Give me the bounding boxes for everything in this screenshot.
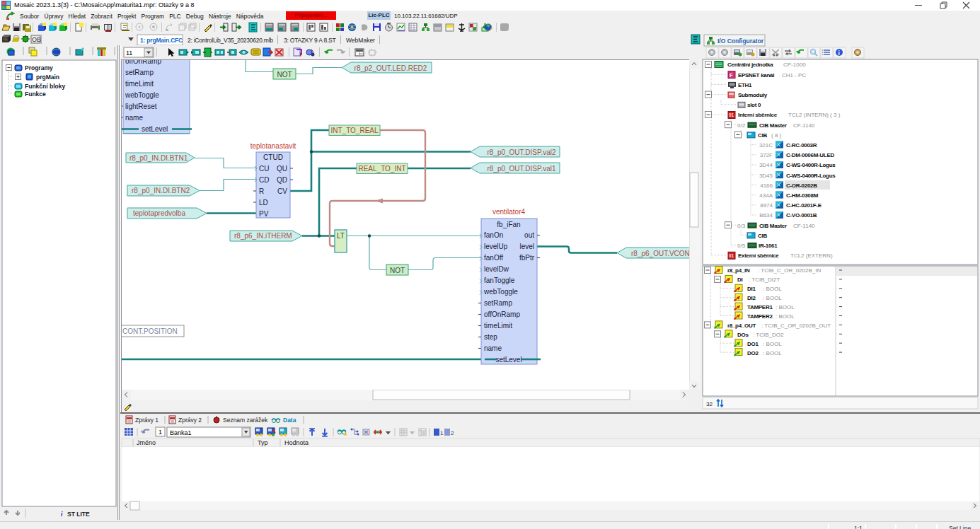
svg-text:Interní sběrnice: Interní sběrnice bbox=[738, 112, 778, 118]
svg-text:3: OTAZKY 9 A 8.ST: 3: OTAZKY 9 A 8.ST bbox=[284, 37, 336, 44]
svg-text:: BOOL: : BOOL bbox=[763, 341, 782, 347]
svg-text:r8_p0_IN.DI.BTN2: r8_p0_IN.DI.BTN2 bbox=[132, 187, 190, 194]
svg-text:r8_p6_OUT.VCONT: r8_p6_OUT.VCONT bbox=[631, 250, 689, 257]
svg-text:fanOff: fanOff bbox=[484, 254, 503, 262]
svg-text:Jméno: Jméno bbox=[137, 439, 156, 446]
svg-text:LD: LD bbox=[259, 199, 268, 207]
svg-text:C-RC-0003R: C-RC-0003R bbox=[786, 142, 817, 149]
svg-text:C-DM-0006M-ULED: C-DM-0006M-ULED bbox=[786, 152, 834, 158]
svg-text:Data: Data bbox=[283, 417, 296, 424]
svg-text:CP-1000: CP-1000 bbox=[783, 62, 806, 68]
svg-text:: BOOL: : BOOL bbox=[776, 304, 795, 310]
svg-text:2: iControlLib_V35_20230620.ml: 2: iControlLib_V35_20230620.mlb bbox=[188, 37, 273, 44]
svg-text:webToggle: webToggle bbox=[125, 91, 159, 99]
svg-text:i: i bbox=[61, 511, 63, 518]
svg-text:F: F bbox=[730, 73, 733, 78]
svg-text:CONT.POSITION: CONT.POSITION bbox=[122, 327, 178, 335]
svg-text:QD: QD bbox=[277, 176, 287, 184]
svg-text:: TCIB_C_OR_0202B_IN: : TCIB_C_OR_0202B_IN bbox=[758, 267, 821, 274]
svg-text:levelUp: levelUp bbox=[484, 243, 508, 250]
svg-text:LT: LT bbox=[337, 232, 345, 240]
svg-text:prgMain: prgMain bbox=[36, 74, 59, 81]
svg-text:I/O Configurator: I/O Configurator bbox=[717, 37, 764, 45]
svg-text:Centrální jednotka: Centrální jednotka bbox=[727, 62, 773, 68]
svg-text:Seznam zarážek: Seznam zarážek bbox=[223, 417, 268, 424]
svg-text:: TCIB_C_OR_0202B_OUT: : TCIB_C_OR_0202B_OUT bbox=[761, 322, 831, 329]
svg-text:DO1: DO1 bbox=[747, 341, 759, 347]
svg-text:B634: B634 bbox=[759, 212, 773, 219]
svg-text:3D44: 3D44 bbox=[759, 162, 773, 168]
svg-text:: TCIB_DI2T: : TCIB_DI2T bbox=[749, 277, 780, 283]
svg-text:r8_p0_IN.DI.BTN1: r8_p0_IN.DI.BTN1 bbox=[129, 154, 188, 162]
svg-text:INT_TO_REAL: INT_TO_REAL bbox=[330, 127, 378, 134]
svg-text:DI2: DI2 bbox=[747, 295, 756, 301]
svg-text:r8_p4_OUT: r8_p4_OUT bbox=[727, 322, 756, 329]
svg-text:OB: OB bbox=[32, 36, 41, 43]
svg-text:CH1 - PC: CH1 - PC bbox=[782, 72, 806, 79]
svg-text:r8_p2_OUT.LED.RED2: r8_p2_OUT.LED.RED2 bbox=[354, 64, 427, 72]
svg-text:434A: 434A bbox=[759, 192, 773, 199]
svg-text:0/5: 0/5 bbox=[737, 243, 746, 249]
svg-text:setRamp: setRamp bbox=[125, 69, 154, 76]
svg-text:WebMaker: WebMaker bbox=[346, 37, 375, 44]
svg-text:11: 11 bbox=[126, 50, 132, 57]
svg-text:Banka1: Banka1 bbox=[170, 429, 192, 436]
svg-text:setRamp: setRamp bbox=[484, 299, 512, 307]
svg-text:EPSNET kanál: EPSNET kanál bbox=[738, 72, 774, 79]
svg-text:CU: CU bbox=[259, 165, 269, 173]
svg-text:ventilator4: ventilator4 bbox=[492, 208, 526, 216]
svg-text:Zprávy 2: Zprávy 2 bbox=[178, 417, 202, 424]
svg-text:lightReset: lightReset bbox=[125, 103, 157, 110]
svg-text:32: 32 bbox=[706, 401, 713, 407]
svg-text:fbPtr: fbPtr bbox=[519, 254, 535, 262]
svg-text:webToggle: webToggle bbox=[483, 288, 518, 296]
svg-text:2: 2 bbox=[451, 430, 454, 436]
svg-text:fanToggle: fanToggle bbox=[484, 277, 515, 284]
svg-text:levelDw: levelDw bbox=[484, 265, 509, 273]
svg-text:: BOOL: : BOOL bbox=[763, 350, 782, 356]
svg-text:C-WS-0400R-Logus: C-WS-0400R-Logus bbox=[786, 173, 836, 179]
svg-text:PV: PV bbox=[259, 210, 269, 218]
svg-text:teplotanastavit: teplotanastavit bbox=[250, 142, 296, 150]
svg-text:Zprávy 1: Zprávy 1 bbox=[135, 417, 158, 424]
svg-text:setLevel: setLevel bbox=[142, 125, 168, 133]
svg-text:ETH1: ETH1 bbox=[738, 82, 752, 88]
svg-text:C-VO-0001B: C-VO-0001B bbox=[786, 212, 817, 219]
svg-text:1: 1 bbox=[440, 430, 444, 436]
svg-text:TCL2 (EXTERN): TCL2 (EXTERN) bbox=[790, 252, 833, 259]
svg-text:CIB Master: CIB Master bbox=[759, 223, 787, 229]
svg-text:01: 01 bbox=[729, 112, 734, 117]
svg-text:NOT: NOT bbox=[390, 267, 405, 274]
svg-text:slot 0: slot 0 bbox=[747, 102, 761, 108]
svg-text:CIB: CIB bbox=[758, 233, 767, 239]
svg-text:321C: 321C bbox=[759, 142, 773, 149]
svg-text:1: 1 bbox=[158, 429, 162, 436]
svg-text:teplotapredvolba: teplotapredvolba bbox=[133, 209, 185, 217]
svg-text:TCL2 (INTERN) ( 3 ): TCL2 (INTERN) ( 3 ) bbox=[788, 112, 841, 118]
svg-text:DOs: DOs bbox=[737, 332, 749, 338]
svg-text:fb_iFan: fb_iFan bbox=[497, 221, 520, 228]
svg-text:: BOOL: : BOOL bbox=[776, 313, 795, 320]
svg-text:Hodnota: Hodnota bbox=[284, 439, 309, 446]
svg-text:offOnRamp: offOnRamp bbox=[484, 310, 520, 318]
svg-text:CF-1140: CF-1140 bbox=[793, 122, 815, 129]
svg-text:r8_p6_IN.iTHERM: r8_p6_IN.iTHERM bbox=[234, 232, 292, 240]
svg-text:CIB Master: CIB Master bbox=[759, 122, 787, 129]
svg-text:TAMPER2: TAMPER2 bbox=[747, 313, 773, 320]
svg-text:Submoduly: Submoduly bbox=[738, 92, 768, 98]
svg-text:4166: 4166 bbox=[760, 182, 773, 189]
svg-text:0/3: 0/3 bbox=[737, 223, 746, 229]
svg-text:1:1: 1:1 bbox=[854, 525, 863, 529]
svg-text:CD: CD bbox=[259, 176, 269, 184]
svg-text:1: prgMain.CFC: 1: prgMain.CFC bbox=[140, 37, 183, 44]
svg-text:CTUD: CTUD bbox=[263, 153, 283, 161]
svg-text:Funkční bloky: Funkční bloky bbox=[25, 83, 65, 90]
svg-text:timeLimit: timeLimit bbox=[484, 322, 512, 330]
svg-text:CIB: CIB bbox=[758, 132, 767, 139]
svg-text:name: name bbox=[125, 114, 143, 122]
svg-text:offOnRamp: offOnRamp bbox=[125, 60, 161, 65]
svg-text:R: R bbox=[259, 187, 264, 195]
svg-text:IR-1061: IR-1061 bbox=[759, 243, 778, 249]
svg-text:C-HM-0308M: C-HM-0308M bbox=[786, 192, 819, 199]
svg-text:level: level bbox=[519, 243, 534, 250]
